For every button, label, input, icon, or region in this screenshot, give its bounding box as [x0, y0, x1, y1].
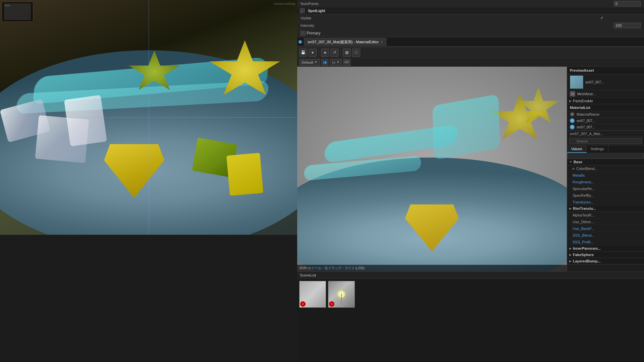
toolbar-node-btn[interactable]: ◈: [321, 49, 329, 57]
layered-bump-arrow: ▶: [569, 259, 572, 263]
primary-checkbox[interactable]: ✓: [301, 31, 305, 36]
mesh-icon: M: [570, 91, 575, 97]
metallic-label: Metallic: [573, 173, 641, 177]
asset-name-label: sm57_007...: [585, 80, 604, 84]
grid-view-dropdown[interactable]: ⚏ ▼: [330, 59, 342, 66]
material-list-section: MaterialList 👁 MaterialName 👁 sm57_007..…: [567, 104, 644, 131]
mat-editor-toolbar: 💾 ▼ ◈ ↺ ▦ ⬡: [297, 47, 644, 58]
bottom-panel: [0, 235, 297, 362]
alphatest-item[interactable]: AlphaTestR...: [567, 212, 644, 219]
preview-statusbar: Shift+ホイール・右ドラッグ・ライトを回転: [297, 265, 567, 272]
tab-values[interactable]: Values: [567, 145, 587, 153]
sss-profil-item[interactable]: SSS_Profil...: [567, 239, 644, 245]
specular-re-item[interactable]: SpecularRe...: [567, 185, 644, 192]
mat-eye-icon-1[interactable]: 👁: [570, 118, 575, 123]
material-name-label: MaterialName: [577, 112, 641, 116]
props-filter-input[interactable]: [567, 153, 644, 159]
base-section-header[interactable]: ▼ Base: [567, 159, 644, 165]
sss-blend-item[interactable]: SSS_Blend...: [567, 232, 644, 239]
parts-enable-section[interactable]: ▶ PartsEnable: [567, 98, 644, 104]
rimtranslu-section-header[interactable]: ▶ RimTranslu...: [567, 205, 644, 212]
rimtranslu-label: RimTranslu...: [573, 206, 596, 210]
inner-panoram-header[interactable]: ▶ InnerPanoram...: [567, 245, 644, 252]
search-wrap: 🔍: [569, 138, 642, 144]
roughness-label: Roughness...: [573, 180, 641, 184]
use-backf-label: Use_BackF...: [573, 227, 641, 231]
scene-thumb-1[interactable]: ×: [299, 281, 326, 308]
search-bar-container: 🔍: [567, 137, 644, 145]
layered-bump-header[interactable]: ▶ LayeredBump...: [567, 258, 644, 264]
crosshair-vertical: [149, 0, 149, 235]
preview-asset-header: PreviewAsset: [567, 67, 644, 74]
numpoints-input[interactable]: [614, 1, 641, 6]
sss-profil-label: SSS_Profil...: [573, 240, 641, 244]
mesh-asset-item[interactable]: M MeshAsse...: [567, 90, 644, 98]
rimtranslu-arrow: ▶: [569, 207, 572, 210]
primary-label: Primary: [307, 31, 320, 36]
grid-icon: ⚏: [332, 60, 335, 64]
search-input[interactable]: [569, 138, 642, 144]
toolbar-grid-btn[interactable]: ▦: [343, 49, 351, 57]
roughness-item[interactable]: Roughness...: [567, 179, 644, 185]
material-eye-icon: 👁: [570, 112, 575, 117]
spotlight-checkbox[interactable]: ✓: [300, 8, 305, 13]
toolbar-display-btn[interactable]: ⬡: [352, 49, 360, 57]
specrefby-item[interactable]: SpecRefBy...: [567, 192, 644, 199]
fake-sphere-header[interactable]: ▶ FakeSphere: [567, 252, 644, 258]
asset-item-sm57[interactable]: sm57_007...: [567, 74, 644, 90]
scene-light-stand: [341, 294, 342, 304]
toolbar-sep1: [319, 49, 319, 56]
material-item-2[interactable]: 👁 sm57_007...: [567, 124, 644, 130]
parts-enable-arrow: ▶: [569, 99, 572, 103]
use-backf-item[interactable]: Use_BackF...: [567, 225, 644, 232]
toolbar-sep2: [340, 49, 341, 56]
material-item-1[interactable]: 👁 sm57_007...: [567, 118, 644, 124]
visible-row: Visible ✓: [297, 14, 644, 22]
metallic-item[interactable]: Metallic: [567, 172, 644, 179]
tab-bar: sm57_007_00_Mat(鑑賞用) - MaterialEditor ×: [297, 37, 644, 47]
layered-bump-label: LayeredBump...: [573, 259, 601, 263]
uv-btn[interactable]: UV: [343, 59, 351, 66]
default-view-dropdown[interactable]: Default ▼: [299, 59, 320, 66]
right-properties-panel: PreviewAsset sm57_007... M MeshAsse... ▶…: [567, 67, 644, 272]
spotlight-section-header[interactable]: ✓ SpotLight: [297, 7, 644, 14]
preview-scene: [297, 67, 567, 272]
toolbar-save-btn[interactable]: 💾: [299, 49, 307, 57]
spotlight-checkmark: ✓: [301, 9, 304, 13]
candy-block-yellow: [226, 153, 263, 196]
tab-settings[interactable]: Settings: [587, 145, 608, 153]
scene-thumb-1-delete[interactable]: ×: [300, 301, 306, 307]
spotlight-label: SpotLight: [308, 9, 325, 13]
3d-preview-viewport[interactable]: Shift+ホイール・右ドラッグ・ライトを回転: [297, 67, 567, 272]
center-right-panels: NumPoints ✓ SpotLight Visible ✓ Intensit…: [297, 0, 644, 362]
preview-hint: Shift+ホイール・右ドラッグ・ライトを回転: [299, 266, 365, 270]
material-list-header: MaterialList: [567, 104, 644, 111]
primary-row: ✓ Primary: [297, 29, 644, 37]
mat-editor-tab-close[interactable]: ×: [381, 40, 383, 44]
base-arrow: ▼: [569, 160, 572, 164]
colorblend-item[interactable]: ▶ ColorBlend...: [567, 165, 644, 172]
use-dither-label: Use_Dither...: [573, 220, 641, 224]
default-view-arrow: ▼: [315, 61, 317, 64]
mat-editor-tab-item[interactable]: sm57_007_00_Mat(鑑賞用) - MaterialEditor ×: [304, 38, 386, 46]
scene-list-header: SceneList: [297, 272, 644, 279]
parts-enable-label: PartsEnable: [573, 99, 593, 103]
scene-list-section: SceneList × ×: [297, 272, 644, 362]
intensity-input[interactable]: [614, 23, 641, 28]
scene-thumb-2[interactable]: ×: [328, 281, 355, 308]
mat-eye-icon-2[interactable]: 👁: [570, 125, 575, 129]
main-viewport[interactable]: MAP Camera settings: [0, 0, 297, 235]
view-icon-btn1[interactable]: 👥: [321, 59, 328, 66]
toolbar-dropdown-btn[interactable]: ▼: [309, 49, 317, 57]
sm57-a-mat-label: sm57_007_A_Mat...: [567, 131, 644, 137]
translucen-item[interactable]: Translucen...: [567, 199, 644, 205]
mat-editor-tab-label: sm57_007_00_Mat(鑑賞用) - MaterialEditor: [308, 40, 379, 45]
scene-thumb-2-delete[interactable]: ×: [329, 301, 334, 307]
toolbar-refresh-btn[interactable]: ↺: [330, 49, 338, 57]
use-dither-item[interactable]: Use_Dither...: [567, 219, 644, 225]
grid-arrow: ▼: [337, 61, 339, 64]
left-panel: MAP Camera settings: [0, 0, 297, 362]
candy-block-clear-3: [64, 95, 107, 146]
visible-label: Visible: [301, 16, 600, 20]
preview-ribbon-large: [432, 94, 500, 160]
